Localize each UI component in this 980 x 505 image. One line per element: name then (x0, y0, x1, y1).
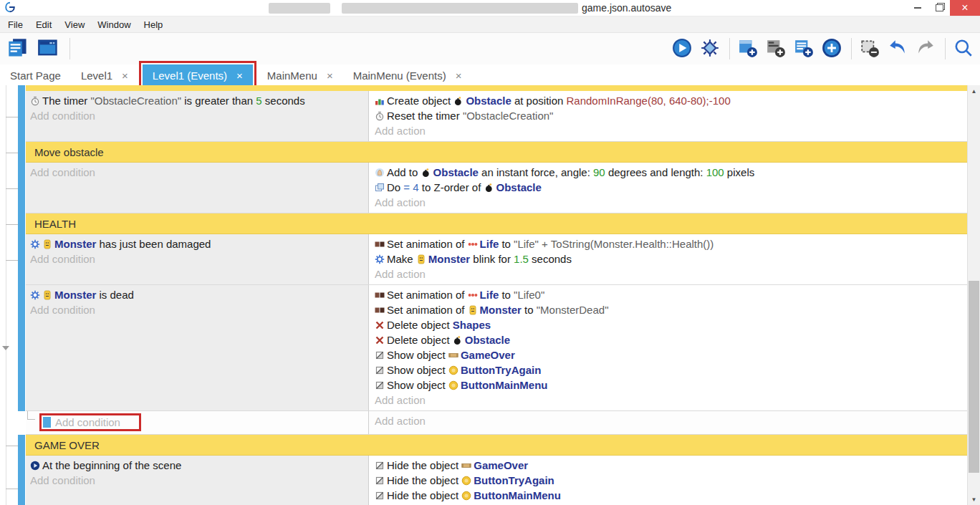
action-line[interactable]: Create object Obstacle at position Rando… (375, 93, 964, 108)
scroll-up-arrow[interactable]: ▲ (968, 85, 980, 97)
conditions-cell[interactable]: Add condition (26, 411, 368, 434)
action-line[interactable]: Show object ButtonMainMenu (375, 377, 964, 393)
add-new-event-button[interactable] (821, 37, 844, 60)
action-line[interactable]: Set animation of Life to "Life0" (375, 287, 964, 302)
add-condition-link[interactable]: Add condition (55, 416, 120, 428)
event-selection-bar[interactable] (18, 456, 25, 505)
search-button[interactable] (953, 37, 976, 60)
minimize-button[interactable] (907, 0, 928, 16)
actions-cell[interactable]: Add action (368, 411, 968, 434)
conditions-cell[interactable]: Monster has just been damagedAdd conditi… (26, 234, 368, 284)
event-group-game-over[interactable]: GAME OVER (26, 435, 968, 456)
action-line[interactable]: Delete object Shapes (375, 317, 964, 332)
add-action-link[interactable]: Add action (375, 393, 964, 408)
action-line[interactable]: Show object GameOver (375, 347, 964, 362)
event-row[interactable]: Monster has just been damagedAdd conditi… (26, 234, 968, 285)
conditions-cell[interactable]: The timer "ObstacleCreation" is greater … (26, 91, 368, 141)
event-selection-bar[interactable] (18, 91, 25, 142)
scene-editor-button[interactable] (37, 37, 60, 60)
add-action-link[interactable]: Add action (375, 195, 964, 210)
event-selection-bar[interactable] (18, 85, 25, 91)
tab-level1-events[interactable]: Level1 (Events)× (143, 64, 253, 87)
restore-button[interactable] (928, 0, 950, 16)
action-line[interactable]: Do = 4 to Z-order of Obstacle (375, 180, 964, 195)
event-selection-bar[interactable] (18, 234, 25, 285)
menu-item-window[interactable]: Window (91, 19, 137, 30)
event-selection-bar[interactable] (18, 142, 25, 163)
event-row[interactable]: Monster is deadAdd conditionSet animatio… (26, 285, 968, 411)
action-line[interactable]: Hide the object GameOver (375, 458, 964, 473)
annotation-rectangle: Add condition (39, 413, 141, 431)
add-condition-link[interactable]: Add condition (30, 302, 364, 317)
tab-close-icon[interactable]: × (456, 69, 462, 82)
project-manager-button[interactable] (7, 37, 30, 60)
debug-button[interactable] (699, 37, 722, 60)
tab-mainmenu[interactable]: MainMenu× (257, 64, 343, 87)
action-line[interactable]: Set animation of Life to "Life" + ToStri… (375, 236, 964, 251)
scrollbar-thumb[interactable] (969, 281, 979, 473)
menu-item-help[interactable]: Help (138, 19, 170, 30)
add-action-link[interactable]: Add action (375, 123, 964, 138)
delete-event-button[interactable] (859, 37, 882, 60)
event-selection-bar[interactable] (18, 435, 25, 456)
condition-line[interactable]: Monster is dead (30, 287, 364, 302)
toolbar-separator (69, 38, 70, 59)
action-line[interactable]: Hide the object ButtonTryAgain (375, 473, 964, 488)
redo-button[interactable] (915, 37, 938, 60)
event-selection-bar[interactable] (18, 163, 25, 213)
event-row[interactable]: At the beginning of the sceneAdd conditi… (26, 456, 968, 505)
vertical-scrollbar[interactable]: ▲ ▼ (967, 85, 980, 505)
empty-event-row[interactable]: Add conditionAdd action (26, 411, 968, 435)
add-condition-link[interactable]: Add condition (30, 108, 364, 123)
event-group-move-obstacle[interactable]: Move obstacle (26, 142, 968, 163)
conditions-cell[interactable]: Add condition (26, 163, 368, 213)
tab-level1[interactable]: Level1× (71, 64, 138, 87)
event-row[interactable]: Add conditionAdd to Obstacle an instant … (26, 163, 968, 213)
menu-item-edit[interactable]: Edit (29, 19, 58, 30)
toolbar-separator (945, 38, 946, 59)
tab-close-icon[interactable]: × (236, 69, 243, 82)
play-button[interactable] (671, 37, 694, 60)
add-action-link[interactable]: Add action (375, 266, 964, 282)
action-line[interactable]: Delete object Obstacle (375, 332, 964, 347)
tab-mainmenu-events[interactable]: MainMenu (Events)× (343, 64, 472, 87)
event-selection-bar[interactable] (18, 213, 25, 234)
scroll-down-arrow[interactable]: ▼ (968, 494, 980, 505)
actions-cell[interactable]: Set animation of Life to "Life" + ToStri… (368, 234, 968, 284)
close-button[interactable]: × (950, 0, 980, 16)
action-line[interactable]: Reset the timer "ObstacleCreation" (375, 108, 964, 123)
add-condition-link[interactable]: Add condition (30, 473, 364, 488)
tab-start-page[interactable]: Start Page (0, 64, 71, 87)
condition-line[interactable]: At the beginning of the scene (30, 458, 364, 473)
actions-cell[interactable]: Create object Obstacle at position Rando… (368, 91, 968, 141)
action-line[interactable]: Make Monster blink for 1.5 seconds (375, 251, 964, 266)
actions-cell[interactable]: Add to Obstacle an instant force, angle:… (368, 163, 968, 213)
condition-line[interactable]: Monster has just been damaged (30, 236, 364, 251)
add-comment-button[interactable] (793, 37, 816, 60)
tab-close-icon[interactable]: × (122, 69, 128, 82)
menu-item-file[interactable]: File (1, 19, 29, 30)
undo-button[interactable] (887, 37, 910, 60)
add-event-button[interactable] (737, 37, 760, 60)
add-condition-link[interactable]: Add condition (30, 251, 364, 266)
action-line[interactable]: Show object ButtonTryAgain (375, 362, 964, 377)
actions-cell[interactable]: Set animation of Life to "Life0"Set anim… (368, 285, 968, 410)
action-line[interactable]: Set animation of Monster to "MonsterDead… (375, 302, 964, 317)
event-group-health[interactable]: HEALTH (26, 213, 968, 234)
conditions-cell[interactable]: At the beginning of the sceneAdd conditi… (26, 456, 368, 505)
add-condition-link[interactable]: Add condition (30, 165, 364, 180)
action-line[interactable]: Add to Obstacle an instant force, angle:… (375, 165, 964, 180)
add-subevent-button[interactable] (765, 37, 788, 60)
actions-cell[interactable]: Hide the object GameOverHide the object … (368, 456, 968, 505)
text-segment: Show object (387, 379, 448, 391)
group-header-partial (26, 85, 968, 91)
event-row[interactable]: The timer "ObstacleCreation" is greater … (26, 91, 968, 142)
add-action-link[interactable]: Add action (375, 413, 964, 428)
condition-line[interactable]: The timer "ObstacleCreation" is greater … (30, 93, 364, 108)
tab-close-icon[interactable]: × (327, 69, 333, 82)
conditions-cell[interactable]: Monster is deadAdd condition (26, 285, 368, 410)
action-line[interactable]: Hide the object ButtonMainMenu (375, 488, 964, 503)
menu-item-view[interactable]: View (58, 19, 91, 30)
collapse-arrow-icon[interactable] (2, 346, 9, 350)
event-selection-bar[interactable] (18, 285, 25, 411)
